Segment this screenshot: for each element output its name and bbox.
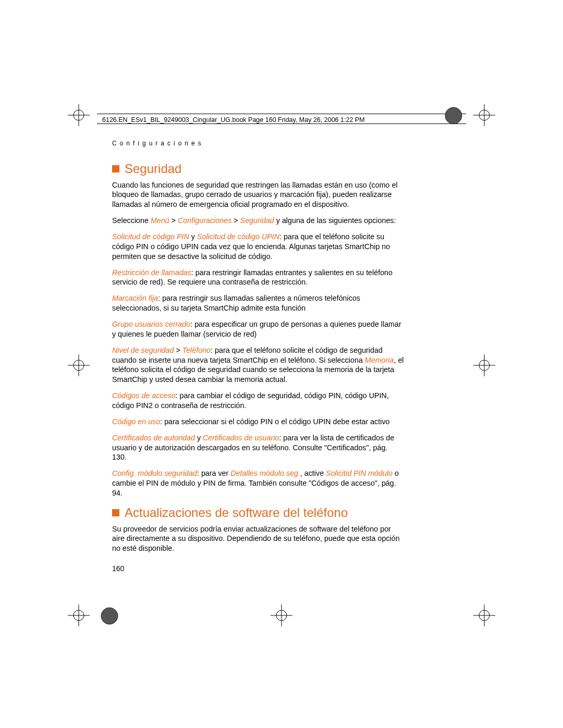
- register-mark-icon: [444, 106, 463, 127]
- heading-text: Actualizaciones de software del teléfono: [125, 504, 348, 521]
- square-bullet-icon: [112, 165, 119, 172]
- text: : para seleccionar si el código PIN o el…: [160, 417, 389, 426]
- text: y: [189, 232, 197, 241]
- crop-mark-icon: [473, 604, 495, 626]
- paragraph-intro: Cuando las funciones de seguridad que re…: [112, 180, 404, 210]
- paragraph-select: Seleccione Menú > Configuraciones > Segu…: [112, 216, 404, 226]
- option-label: Teléfono: [182, 346, 211, 354]
- paragraph-config-modulo: Config. módulo seguridad: para ver Detal…: [112, 468, 404, 498]
- option-label: Nivel de seguridad: [112, 346, 174, 354]
- crop-mark-icon: [473, 104, 495, 126]
- page-number: 160: [112, 564, 404, 573]
- paragraph-actualizaciones: Su proveedor de servicios podría enviar …: [112, 524, 404, 554]
- option-label: Solicitud de código PIN: [112, 232, 189, 241]
- option-label: Detalles módulo seg.: [230, 469, 300, 477]
- text: : para ver: [197, 469, 230, 477]
- option-label: Certificados de autoridad: [112, 434, 195, 442]
- option-label: Solicitud de código UPIN: [197, 232, 279, 241]
- crop-mark-icon: [68, 604, 90, 626]
- section-label: Configuraciones: [112, 140, 404, 148]
- heading-text: Seguridad: [125, 161, 181, 177]
- text: y: [195, 434, 203, 442]
- menu-path: Menú: [151, 216, 169, 225]
- text: Seleccione: [112, 216, 151, 225]
- crop-mark-icon: [68, 104, 90, 126]
- option-label: Códigos de acceso: [112, 391, 176, 400]
- menu-path: Configuraciones: [178, 216, 231, 225]
- paragraph-codigos: Códigos de acceso: para cambiar el códig…: [112, 391, 404, 411]
- paragraph-certificados: Certificados de autoridad y Certificados…: [112, 433, 404, 463]
- option-label: Memoria: [365, 356, 394, 364]
- menu-path: Seguridad: [240, 216, 274, 225]
- paragraph-pin: Solicitud de código PIN y Solicitud de c…: [112, 232, 404, 262]
- option-label: Restricción de llamadas: [112, 268, 191, 277]
- square-bullet-icon: [112, 509, 119, 516]
- heading-actualizaciones: Actualizaciones de software del teléfono: [112, 504, 404, 521]
- option-label: Certificados de usuario: [203, 434, 279, 442]
- framemaker-header: 6126.EN_ESv1_BIL_9249003_Cingular_UG.boo…: [97, 114, 466, 124]
- text: >: [231, 216, 240, 225]
- paragraph-restriccion: Restricción de llamadas: para restringir…: [112, 268, 404, 288]
- text: y alguna de las siguientes opciones:: [274, 216, 396, 225]
- crop-mark-icon: [473, 354, 495, 376]
- option-label: Marcación fija: [112, 294, 158, 302]
- option-label: Código en uso: [112, 417, 160, 426]
- page: 6126.EN_ESv1_BIL_9249003_Cingular_UG.boo…: [0, 0, 563, 728]
- option-label: Grupo usuarios cerrado: [112, 320, 190, 328]
- content-area: Configuraciones Seguridad Cuando las fun…: [112, 140, 404, 574]
- paragraph-nivel: Nivel de seguridad > Teléfono: para que …: [112, 346, 404, 385]
- text: >: [174, 346, 182, 354]
- text: >: [169, 216, 178, 225]
- option-label: Solicitid PIN módulo: [326, 469, 393, 477]
- register-mark-icon: [100, 607, 119, 627]
- paragraph-marcacion: Marcación fija: para restringir sus llam…: [112, 293, 404, 313]
- crop-mark-icon: [271, 604, 292, 626]
- header-text: 6126.EN_ESv1_BIL_9249003_Cingular_UG.boo…: [102, 116, 365, 124]
- text: , active: [300, 469, 326, 477]
- paragraph-grupo: Grupo usuarios cerrado: para especificar…: [112, 319, 404, 339]
- heading-seguridad: Seguridad: [112, 161, 404, 177]
- paragraph-codigo-uso: Código en uso: para seleccionar si el có…: [112, 417, 404, 427]
- crop-mark-icon: [68, 354, 90, 376]
- option-label: Config. módulo seguridad: [112, 469, 197, 477]
